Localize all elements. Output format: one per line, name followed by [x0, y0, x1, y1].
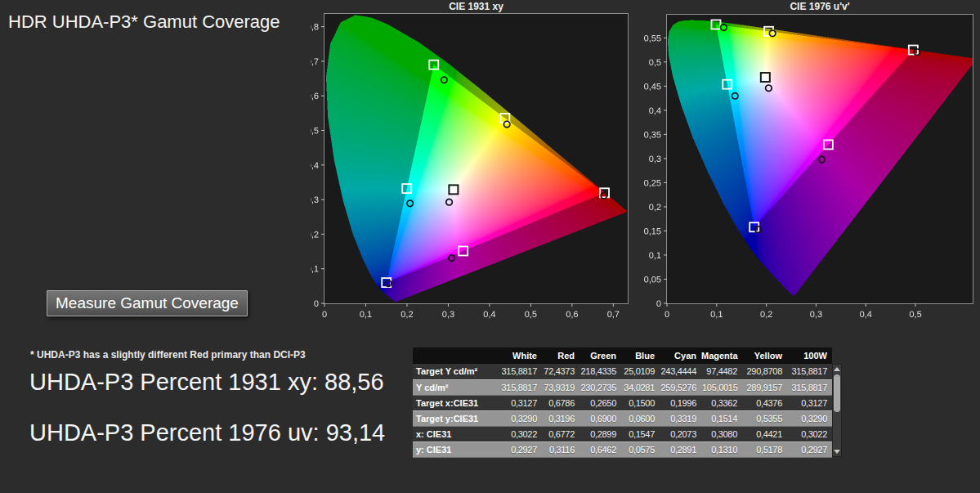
- cell: 0,3127: [499, 395, 542, 410]
- cell: 72,4373: [542, 364, 579, 379]
- row-label: Target Y cd/m²: [413, 364, 499, 379]
- cell: 218,4335: [579, 364, 621, 379]
- column-header: Magenta: [701, 347, 742, 364]
- cell: 315,8817: [787, 379, 832, 395]
- cell: 0,3196: [542, 410, 579, 426]
- cell: 0,3080: [701, 426, 742, 441]
- table-row: y: CIE310,29270,31160,64620,05750,28910,…: [413, 441, 832, 457]
- percent-1931-text: UHDA-P3 Percent 1931 xy: 88,56: [29, 369, 384, 396]
- cie-1931-canvas: [311, 0, 631, 327]
- cell: 290,8708: [742, 364, 787, 379]
- gamut-table: WhiteRedGreenBlueCyanMagentaYellow100W T…: [413, 347, 843, 458]
- percent-1976-text: UHDA-P3 Percent 1976 uv: 93,14: [29, 419, 385, 446]
- cell: 0,6772: [542, 426, 579, 441]
- cell: 315,8817: [499, 379, 542, 395]
- cell: 0,3362: [701, 395, 742, 410]
- cell: 0,3290: [787, 410, 832, 426]
- row-label: x: CIE31: [413, 426, 499, 441]
- column-header: Green: [579, 347, 621, 364]
- cell: 259,5276: [660, 379, 701, 395]
- row-label: Y cd/m²: [413, 379, 499, 395]
- cie-1931-chart: CIE 1931 xy: [311, 0, 631, 327]
- cell: 315,8817: [499, 364, 542, 379]
- scroll-up-icon: [834, 367, 840, 371]
- cell: 0,3022: [787, 426, 832, 441]
- measure-gamut-coverage-button[interactable]: Measure Gamut Coverage: [47, 290, 248, 316]
- cell: 97,4482: [701, 364, 742, 379]
- cell: 0,1310: [701, 441, 742, 457]
- table-corner-cell: [413, 347, 499, 364]
- cell: 73,9319: [542, 379, 579, 395]
- cell: 34,0281: [621, 379, 660, 395]
- column-header: Yellow: [742, 347, 787, 364]
- column-header: Red: [542, 347, 579, 364]
- cell: 0,2891: [660, 441, 701, 457]
- cell: 0,2073: [660, 426, 701, 441]
- table-row: x: CIE310,30220,67720,28990,15470,20730,…: [413, 426, 832, 441]
- table-scrollbar[interactable]: [832, 364, 842, 457]
- app-window: HDR UHDA-P3* Gamut Coverage CIE 1931 xy …: [0, 0, 980, 493]
- cell: 0,2650: [579, 395, 621, 410]
- cell: 0,2927: [787, 441, 832, 457]
- cell: 0,3290: [499, 410, 542, 426]
- scroll-down-button[interactable]: [833, 447, 841, 456]
- cell: 105,0015: [701, 379, 742, 395]
- scroll-up-button[interactable]: [833, 365, 841, 374]
- column-header: Blue: [621, 347, 660, 364]
- cell: 0,1547: [621, 426, 660, 441]
- cell: 0,2927: [499, 441, 542, 457]
- cell: 243,4444: [660, 364, 701, 379]
- cell: 0,1514: [701, 410, 742, 426]
- cell: 230,2735: [579, 379, 621, 395]
- cell: 0,1500: [621, 395, 660, 410]
- cell: 25,0109: [621, 364, 660, 379]
- column-header: 100W: [787, 347, 832, 364]
- cell: 0,6462: [579, 441, 621, 457]
- table-row: Target x:CIE310,31270,67860,26500,15000,…: [413, 395, 832, 410]
- uhda-p3-footnote: * UHDA-P3 has a slightly different Red p…: [30, 349, 306, 361]
- table-header-row: WhiteRedGreenBlueCyanMagentaYellow100W: [413, 347, 832, 364]
- cell: 0,4421: [742, 426, 787, 441]
- cell: 0,2899: [579, 426, 621, 441]
- column-header: White: [499, 347, 542, 364]
- page-title: HDR UHDA-P3* Gamut Coverage: [8, 11, 280, 33]
- gamut-measurement-table: WhiteRedGreenBlueCyanMagentaYellow100W T…: [413, 347, 832, 458]
- cell: 0,1996: [660, 395, 701, 410]
- row-label: y: CIE31: [413, 441, 499, 457]
- row-label: Target x:CIE31: [413, 395, 499, 410]
- scroll-down-icon: [834, 450, 840, 454]
- cie-1976-canvas: [638, 0, 980, 327]
- column-header: Cyan: [660, 347, 701, 364]
- cell: 0,3116: [542, 441, 579, 457]
- cell: 0,5178: [742, 441, 787, 457]
- cell: 0,3319: [660, 410, 701, 426]
- table-row: Target y:CIE310,32900,31960,69000,06000,…: [413, 410, 832, 426]
- scroll-thumb[interactable]: [834, 374, 840, 412]
- cell: 315,8817: [787, 364, 832, 379]
- cell: 0,3022: [499, 426, 542, 441]
- cell: 0,5355: [742, 410, 787, 426]
- cell: 0,3127: [787, 395, 832, 410]
- cell: 0,6900: [579, 410, 621, 426]
- table-row: Target Y cd/m²315,881772,4373218,433525,…: [413, 364, 832, 379]
- row-label: Target y:CIE31: [413, 410, 499, 426]
- cell: 0,4376: [742, 395, 787, 410]
- cell: 0,6786: [542, 395, 579, 410]
- table-row: Y cd/m²315,881773,9319230,273534,0281259…: [413, 379, 832, 395]
- cell: 0,0575: [621, 441, 660, 457]
- cie-1976-chart: CIE 1976 u'v': [638, 0, 980, 327]
- cell: 289,9157: [742, 379, 787, 395]
- cell: 0,0600: [621, 410, 660, 426]
